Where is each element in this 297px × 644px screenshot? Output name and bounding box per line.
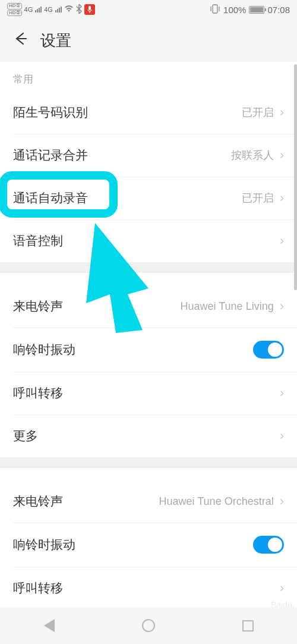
nav-home-button[interactable] (142, 619, 155, 632)
row-vibrate-on-ring-2[interactable]: 响铃时振动 (0, 523, 297, 567)
section-gap (0, 457, 297, 468)
chevron-right-icon: › (280, 190, 284, 206)
row-label: 陌生号码识别 (13, 104, 88, 121)
chevron-right-icon: › (280, 105, 284, 120)
chevron-right-icon: › (280, 428, 284, 444)
row-value: › (277, 580, 284, 596)
record-icon (84, 4, 95, 15)
header: 设置 (0, 19, 297, 62)
chevron-right-icon: › (280, 147, 284, 163)
row-value: › (277, 428, 284, 444)
row-unknown-number-id[interactable]: 陌生号码识别 已开启 › (0, 91, 297, 134)
chevron-right-icon: › (280, 580, 284, 596)
section-1-header: 常用 (0, 62, 297, 91)
vibrate-switch-2[interactable] (253, 536, 284, 554)
section-3: 来电铃声 Huawei Tune Orchestral › 响铃时振动 呼叫转移… (0, 468, 297, 610)
chevron-right-icon: › (280, 494, 284, 509)
row-value: 已开启 › (242, 105, 284, 120)
row-label: 呼叫转移 (13, 580, 63, 596)
bluetooth-icon (76, 4, 82, 15)
row-call-forwarding-2[interactable]: 呼叫转移 › (0, 567, 297, 610)
row-label: 响铃时振动 (13, 536, 75, 553)
row-value: Huawei Tune Orchestral › (159, 494, 284, 509)
row-ringtone-2[interactable]: 来电铃声 Huawei Tune Orchestral › (0, 480, 297, 523)
chevron-right-icon: › (280, 233, 284, 249)
row-label: 来电铃声 (13, 298, 63, 315)
row-label: 通话记录合并 (13, 147, 88, 164)
battery-icon (249, 6, 264, 14)
signal2-label: 4G (44, 6, 53, 13)
svg-rect-0 (89, 6, 91, 10)
row-label: 来电铃声 (13, 493, 63, 510)
vibrate-switch-1[interactable] (253, 341, 284, 359)
row-call-log-merge[interactable]: 通话记录合并 按联系人 › (0, 134, 297, 177)
page-title: 设置 (40, 30, 71, 51)
section-1: 常用 陌生号码识别 已开启 › 通话记录合并 按联系人 › 通话自动录音 已开启… (0, 62, 297, 262)
row-label: 呼叫转移 (13, 385, 63, 401)
row-auto-call-recording[interactable]: 通话自动录音 已开启 › (0, 177, 297, 219)
signal1-icon (35, 7, 42, 12)
row-vibrate-on-ring-1[interactable]: 响铃时振动 (0, 328, 297, 372)
row-value: › (277, 385, 284, 401)
row-value: 按联系人 › (231, 147, 284, 163)
hd1-badge: HD① (7, 3, 22, 10)
row-value: 已开启 › (242, 190, 284, 206)
wifi-icon (64, 5, 74, 14)
status-right: 100% 07:08 (210, 4, 290, 15)
row-value: › (277, 233, 284, 249)
row-voice-control[interactable]: 语音控制 › (0, 219, 297, 262)
row-label: 响铃时振动 (13, 341, 75, 358)
row-value: Huawei Tune Living › (181, 299, 284, 314)
section-gap (0, 262, 297, 273)
section-2: 来电铃声 Huawei Tune Living › 响铃时振动 呼叫转移 › 更… (0, 273, 297, 457)
nav-recent-button[interactable] (242, 620, 254, 632)
signal1-label: 4G (24, 6, 33, 13)
row-label: 更多 (13, 428, 38, 444)
signal2-icon (55, 7, 62, 12)
chevron-right-icon: › (280, 299, 284, 314)
nav-back-button[interactable] (44, 619, 55, 632)
battery-pct: 100% (223, 5, 246, 15)
back-button[interactable] (12, 30, 27, 51)
chevron-right-icon: › (280, 385, 284, 401)
row-label: 语音控制 (13, 233, 63, 249)
row-label: 通话自动录音 (13, 190, 88, 206)
row-call-forwarding-1[interactable]: 呼叫转移 › (0, 372, 297, 414)
svg-rect-1 (213, 5, 217, 13)
status-left: HD① HD② 4G 4G (7, 3, 95, 17)
status-bar: HD① HD② 4G 4G 100% 07:08 (0, 0, 297, 19)
row-more[interactable]: 更多 › (0, 414, 297, 457)
hd2-badge: HD② (7, 10, 22, 17)
scroll-indicator[interactable] (294, 64, 297, 290)
clock: 07:08 (267, 5, 290, 15)
row-ringtone-1[interactable]: 来电铃声 Huawei Tune Living › (0, 285, 297, 328)
nav-bar (0, 607, 297, 644)
vibrate-icon (210, 4, 220, 15)
